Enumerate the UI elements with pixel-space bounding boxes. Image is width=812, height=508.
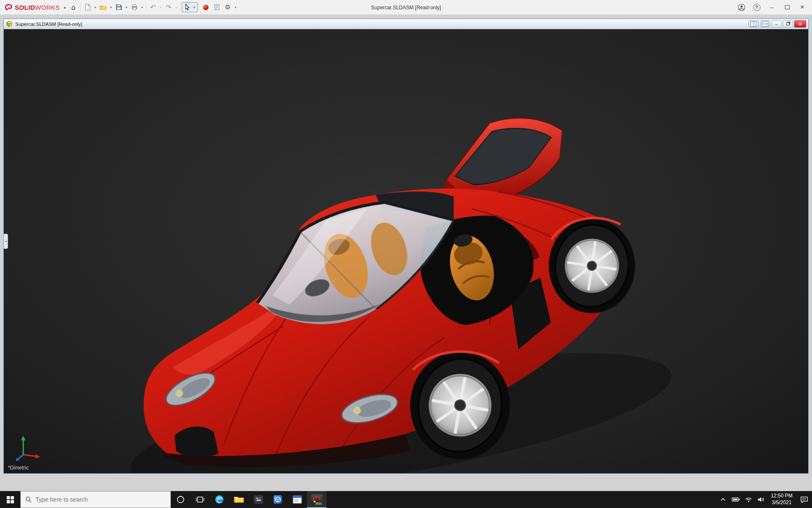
search-input[interactable] [36,496,166,503]
options-caret[interactable]: ▾ [233,6,238,9]
undo-caret[interactable]: ▾ [159,6,163,9]
print-button[interactable] [129,2,140,13]
maximize-icon [785,5,790,9]
help-icon: ? [753,4,760,11]
open-caret[interactable]: ▾ [109,6,113,9]
taskbar-clock[interactable]: 12:50 PM 3/5/2021 [768,493,796,506]
cortana-icon [176,495,185,504]
solidworks-year-label: 2021 [315,502,322,505]
split-view-button[interactable] [749,20,759,28]
front-wheel [410,351,510,460]
options-button[interactable]: ⚙ [222,2,233,13]
action-center-button[interactable] [796,491,812,508]
app-titlebar: SOLIDWORKS ▸ ⌂ ▾ ▾ [0,0,812,15]
account-button[interactable] [734,1,749,13]
document-controls: – × [749,20,806,28]
edge-button[interactable] [210,491,229,508]
redo-caret[interactable]: ▾ [174,6,179,9]
open-folder-icon [99,4,107,11]
system-tray: 12:50 PM 3/5/2021 [717,491,812,508]
main-toolbar: ⌂ ▾ ▾ [68,2,238,13]
open-button[interactable] [98,2,109,13]
file-explorer-icon [234,495,244,504]
network-indicator[interactable] [742,491,755,508]
new-document-icon [84,4,91,11]
file-properties-button[interactable] [211,2,222,13]
image-viewer-app-icon [253,494,263,505]
clock-date: 3/5/2021 [771,500,793,506]
select-tool-button[interactable]: ▾ [182,2,198,12]
front-left-wheel [175,427,219,458]
new-document-button[interactable] [82,2,93,13]
home-button[interactable]: ⌂ [68,2,79,13]
print-caret[interactable]: ▾ [140,6,145,9]
solidworks-logo: SOLIDWORKS [4,3,60,11]
orientation-triad [13,433,43,462]
assembly-icon [6,21,13,28]
brand-light: WORKS [35,4,60,11]
split-pane-horizontal-icon [762,21,768,27]
toolbar-expand-arrow[interactable]: ▸ [64,5,66,10]
redo-button[interactable]: ↷ [163,2,174,13]
view-orientation-label: *Dimetric [8,465,29,471]
document-titlebar[interactable]: Supercar.SLDASM [Read-only] – × [4,19,808,29]
brand-name: SOLIDWORKS [15,4,60,11]
document-restore-button[interactable] [783,20,793,28]
minimize-button[interactable]: – [765,1,779,13]
brand-bold: SOLID [15,4,35,11]
windows-logo-icon [7,496,14,503]
blue-model-app-button[interactable] [268,491,288,508]
split-view-horizontal-button[interactable] [760,20,770,28]
split-pane-icon [750,21,757,27]
edge-icon [214,494,225,505]
red-sphere-icon [203,5,208,10]
battery-icon [732,497,740,502]
restore-icon [786,22,790,25]
document-minimize-button[interactable]: – [771,20,782,28]
toolbar-separator [199,3,199,11]
window-app-icon [292,495,302,504]
document-close-button[interactable]: × [794,20,806,28]
volume-indicator[interactable] [755,491,768,508]
account-icon [738,3,746,11]
select-caret[interactable]: ▾ [192,6,197,9]
triad-z-axis [18,455,23,459]
solidworks-app: SOLIDWORKS ▸ ⌂ ▾ ▾ [0,0,812,508]
workspace: Supercar.SLDASM [Read-only] – × [0,15,812,491]
window-app-button[interactable] [288,491,307,508]
solidworks-taskbar-button[interactable]: 2021 [307,491,326,508]
rear-wheel [549,218,635,313]
start-button[interactable] [0,491,20,508]
new-document-caret[interactable]: ▾ [93,6,98,9]
tray-expand-button[interactable] [717,491,730,508]
blue-model-app-icon [273,494,283,505]
image-viewer-app-button[interactable] [249,491,268,508]
toolbar-separator [80,3,81,11]
toolbar-separator [146,3,146,11]
file-explorer-button[interactable] [229,491,249,508]
speaker-icon [757,497,765,502]
car-render [4,29,808,473]
chevron-up-icon [720,497,726,502]
save-caret[interactable]: ▾ [124,6,129,9]
undo-button[interactable]: ↶ [148,2,159,13]
help-button[interactable]: ? [749,1,764,13]
close-button[interactable]: × [795,1,809,13]
cortana-button[interactable] [171,491,190,508]
maximize-button[interactable] [780,1,794,13]
save-icon [115,4,122,11]
document-title: Supercar.SLDASM [Read-only] [15,22,82,27]
triad-x-axis [23,455,37,456]
app-window-controls: ? – × [734,1,809,13]
xpress-products-button[interactable] [200,2,211,13]
feature-manager-collapse-tab[interactable]: ◂ [4,234,8,249]
wifi-icon [745,497,752,502]
select-arrow-holder [183,3,192,12]
task-view-button[interactable] [190,491,210,508]
save-button[interactable] [113,2,124,13]
battery-indicator[interactable] [730,491,742,508]
clock-time: 12:50 PM [771,493,793,500]
task-view-icon [196,495,204,504]
taskbar-search[interactable] [20,491,171,508]
graphics-viewport[interactable]: *Dimetric ◂ [4,29,808,473]
